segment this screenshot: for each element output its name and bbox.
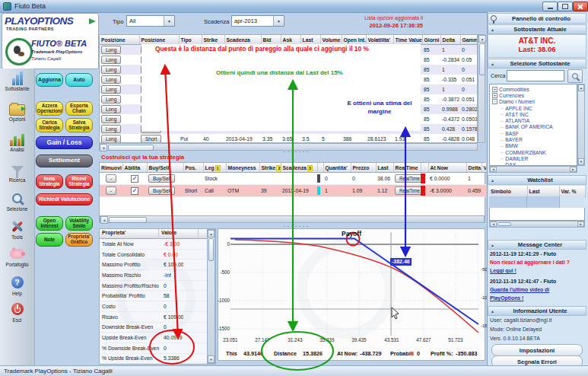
azzera-operazioni-button[interactable]: Azzera Operazioni	[36, 101, 63, 116]
cerca-input[interactable]	[507, 70, 564, 81]
pin-icon[interactable]	[491, 15, 497, 21]
section-selezione-sottostante[interactable]: ▲ Selezione Sottostante	[488, 59, 586, 69]
product-trademark: Trademark PlayOptions	[31, 49, 82, 54]
auto-button[interactable]: Auto	[65, 73, 93, 87]
settlement-button[interactable]: Settlement	[36, 155, 93, 167]
close-button[interactable]	[573, 2, 588, 11]
minimize-button[interactable]	[542, 2, 558, 11]
splitter-handle[interactable]: ·······	[266, 148, 327, 155]
tree-horizontal-scrollbar[interactable]: ◄ ►	[489, 166, 577, 173]
watchlist-table: SimboloLastVar. %	[489, 186, 586, 197]
tree-vertical-scrollbar[interactable]: ▲ ▼	[577, 84, 585, 166]
long-button[interactable]: Long	[101, 95, 121, 104]
message-link[interactable]: PlayOptions !	[490, 295, 523, 301]
scroll-thumb[interactable]	[109, 217, 147, 223]
long-button[interactable]: Long	[101, 75, 121, 84]
remove-leg-button[interactable]: -	[106, 186, 116, 195]
message-link[interactable]: Guarda l'ultimo video di	[490, 287, 549, 292]
tree-item[interactable]: ─BASF	[490, 130, 577, 136]
long-button[interactable]: Long	[101, 135, 121, 143]
scroll-right-icon[interactable]: ►	[570, 167, 577, 172]
scroll-left-icon[interactable]: ◄	[100, 216, 108, 224]
section-message-center[interactable]: ▲ Message Center	[488, 240, 586, 250]
tree-item[interactable]: +Currencies	[490, 92, 577, 98]
buysell-button[interactable]: Buy/Sell	[148, 174, 175, 183]
invia-strategia-button[interactable]: Invia Strategia	[36, 174, 63, 189]
long-button[interactable]: Long	[101, 46, 121, 54]
sidebar-item-sottostante[interactable]: Sottostante	[0, 70, 34, 91]
scroll-thumb[interactable]	[479, 43, 485, 75]
sidebar-item-tools[interactable]: Tools	[0, 218, 34, 240]
scroll-up-icon[interactable]: ▲	[478, 35, 486, 43]
long-button[interactable]: Long	[101, 105, 121, 113]
scroll-down-icon[interactable]: ▼	[208, 355, 215, 363]
open-interest-button[interactable]: Open Interest	[36, 216, 63, 231]
proprieta-grafico-button[interactable]: Proprieta' Grafico	[65, 233, 93, 247]
impostazioni-button[interactable]: Impostazioni	[491, 344, 583, 356]
scroll-left-icon[interactable]: ◄	[100, 144, 107, 151]
carica-strategia-button[interactable]: Carica Strategia	[36, 118, 63, 132]
scroll-left-icon[interactable]: ◄	[490, 167, 497, 172]
long-button[interactable]: Long	[101, 85, 121, 94]
payoff-chart: Payoff 0 -500 -1000 -1500 -500 -1000 -15…	[218, 228, 485, 361]
long-button[interactable]: Long	[101, 115, 121, 123]
tree-item[interactable]: ─ATLANTIA	[490, 117, 577, 123]
leg-color-marker	[317, 186, 320, 195]
ricevi-strategia-button[interactable]: Ricevi Strategia	[65, 174, 93, 189]
tree-item[interactable]: ─APPLE INC	[490, 105, 577, 111]
section-sottostante-attuale[interactable]: ▲ Sottostante Attuale	[488, 24, 586, 34]
tipo-select[interactable]: All ▼	[126, 15, 175, 27]
sidebar-item-selezione[interactable]: Selezione	[0, 190, 34, 212]
tree-item[interactable]: ─COMMERZBANK	[490, 149, 577, 155]
watchlist-selected-row[interactable]	[489, 196, 585, 208]
sidebar-item-analisi[interactable]: Analisi	[0, 131, 34, 152]
scroll-up-icon[interactable]: ▲	[208, 230, 215, 237]
properties-vertical-scrollbar[interactable]: ▲ ▼	[207, 229, 215, 364]
realtime-button[interactable]: RealTime	[395, 174, 421, 183]
volatility-smile-button[interactable]: Volatility Smile	[65, 216, 93, 231]
long-button[interactable]: Long	[101, 125, 121, 133]
scroll-thumb[interactable]	[208, 238, 214, 261]
esporta-chain-button[interactable]: Esporta Chain	[65, 101, 93, 116]
gain-loss-button[interactable]: Gain / Loss	[36, 136, 93, 149]
scroll-thumb[interactable]	[108, 145, 154, 151]
chain-vertical-scrollbar[interactable]: ▲	[478, 34, 485, 143]
sidebar-item-esci[interactable]: Esci	[0, 301, 34, 323]
sidebar-item-help[interactable]: ? Help	[0, 275, 34, 296]
tree-item[interactable]: -Diamo i Numeri	[490, 99, 577, 105]
sidebar-item-opzioni[interactable]: Opzioni	[0, 100, 34, 122]
scadenza-select[interactable]: apr-2013 ▼	[231, 15, 284, 27]
sidebar-item-ricerca[interactable]: Ricerca	[0, 161, 34, 183]
message-link[interactable]: Leggi qui !	[490, 268, 516, 273]
buysell-button[interactable]: Buy/Sell	[148, 186, 175, 195]
short-button[interactable]: Short	[141, 135, 161, 143]
scroll-up-icon[interactable]: ▲	[578, 84, 584, 91]
search-button[interactable]	[567, 69, 583, 83]
salva-strategia-button[interactable]: Salva Strategia	[65, 118, 93, 132]
scroll-thumb[interactable]	[497, 222, 511, 226]
note-button[interactable]: Note	[36, 233, 63, 247]
tree-item[interactable]: ─BAYER	[490, 136, 577, 142]
remove-leg-button[interactable]: -	[106, 174, 116, 183]
long-button[interactable]: Long	[101, 56, 121, 64]
tree-item[interactable]: ─AT&T INC.	[490, 111, 577, 117]
scadenza-label: Scadenza	[204, 18, 229, 25]
scroll-down-icon[interactable]: ▼	[578, 158, 584, 165]
tree-item[interactable]: +Commodities	[490, 86, 577, 92]
tree-item[interactable]: ─BMW	[490, 143, 577, 149]
tree-item[interactable]: ─BANK OF AMERICA	[490, 124, 577, 130]
sidebar-item-portafoglio[interactable]: Portafoglio	[0, 246, 34, 267]
watchlist-horizontal-scrollbar[interactable]: ◄ ►	[489, 221, 585, 228]
section-watchlist[interactable]: ▲ Watchlist	[488, 175, 586, 185]
section-informazioni-utente[interactable]: ▲ Informazioni Utente	[488, 306, 586, 316]
abilita-checkbox[interactable]: ✓	[131, 175, 138, 183]
tree-item[interactable]: ─DAIMLER	[490, 155, 577, 161]
aggiorna-button[interactable]: Aggiorna	[36, 73, 63, 87]
scroll-right-icon[interactable]: ►	[577, 221, 584, 227]
richiedi-valutazione-button[interactable]: Richiedi Valutazione	[36, 193, 93, 206]
abilita-checkbox[interactable]: ✓	[131, 187, 138, 195]
realtime-button[interactable]: RealTime	[395, 186, 421, 195]
scroll-left-icon[interactable]: ◄	[490, 221, 497, 227]
maximize-button[interactable]	[558, 2, 573, 11]
long-button[interactable]: Long	[101, 65, 121, 74]
